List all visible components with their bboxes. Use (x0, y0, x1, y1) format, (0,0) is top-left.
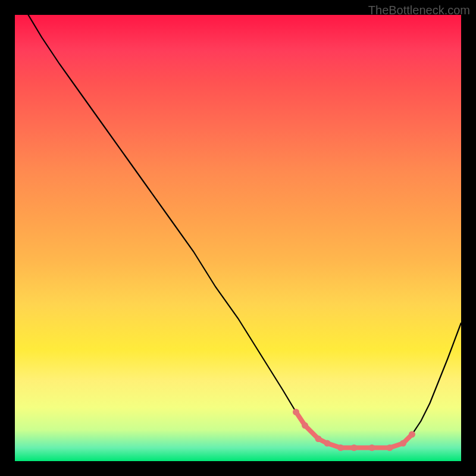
chart-gradient-background (15, 15, 461, 461)
highlight-dots-group (293, 409, 415, 451)
highlight-dot (324, 440, 331, 447)
highlight-dot (293, 409, 299, 415)
highlight-dot (387, 444, 393, 451)
highlight-dot (369, 444, 375, 451)
highlight-dot (409, 431, 415, 438)
highlight-curve-path (296, 412, 412, 448)
chart-svg (15, 15, 461, 461)
highlight-dot (351, 444, 358, 451)
bottleneck-curve-path (15, 15, 461, 448)
highlight-dot (400, 440, 406, 447)
highlight-dot (337, 444, 344, 451)
highlight-dot (302, 422, 308, 429)
watermark-text: TheBottleneck.com (368, 4, 470, 17)
highlight-dot (315, 436, 322, 442)
